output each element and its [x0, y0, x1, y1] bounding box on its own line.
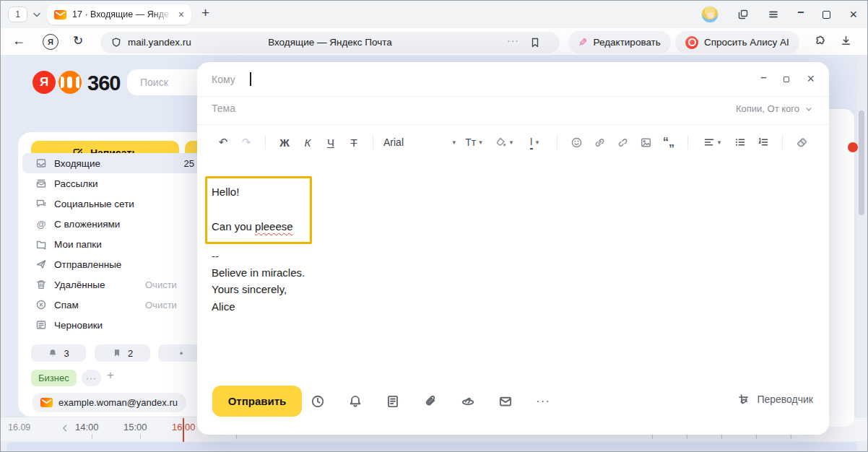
sidebar-item-sent[interactable]: Отправленные: [22, 254, 204, 274]
ask-alice-button[interactable]: Спросить Алису AI: [675, 31, 799, 53]
translator-button[interactable]: Переводчик: [737, 393, 813, 406]
insert-link-button[interactable]: [588, 136, 611, 149]
align-icon: [703, 136, 715, 148]
text-color-dropdown[interactable]: I ▾: [519, 136, 550, 149]
underline-button[interactable]: Ч: [319, 136, 342, 149]
page-left-gutter: [1, 56, 6, 452]
italic-button[interactable]: К: [296, 136, 319, 149]
tags-more-button[interactable]: ···: [82, 370, 101, 386]
sidebar-item-trash[interactable]: Удалённые Очисти: [22, 274, 204, 295]
dot-icon: •: [180, 348, 183, 359]
signature-line: Believe in miracles.: [212, 266, 305, 279]
align-dropdown[interactable]: ▾: [695, 136, 729, 148]
tab-bar: 1 17 · Входящие — Янде × + – ×: [1, 1, 867, 28]
envelope-icon[interactable]: [498, 394, 513, 409]
compose-close-button[interactable]: ×: [807, 71, 815, 87]
font-size-dropdown[interactable]: Tт ▾: [459, 136, 489, 148]
translator-kana-icon: [737, 393, 750, 406]
logo-360-text: 360: [87, 71, 120, 95]
yandex-logo[interactable]: Я: [32, 71, 56, 94]
tag-business[interactable]: Бизнес: [31, 370, 77, 386]
browser-tab[interactable]: 17 · Входящие — Янде ×: [47, 4, 191, 25]
signature-line: Yours sincerely,: [212, 283, 287, 295]
misspelled-word[interactable]: pleeese: [255, 220, 293, 232]
timeline-time: 15:00: [123, 422, 147, 433]
chevron-down-icon[interactable]: [31, 9, 43, 20]
body-line-2[interactable]: Can you pleeese: [212, 220, 293, 232]
add-tag-button[interactable]: +: [107, 368, 114, 383]
tab-close-icon[interactable]: ×: [178, 9, 184, 19]
schedule-send-icon[interactable]: [311, 394, 325, 409]
vertical-scrollbar[interactable]: [859, 110, 864, 215]
chevron-left-icon[interactable]: [60, 423, 70, 433]
sidebar-item-my-folders[interactable]: Мои папки: [22, 234, 204, 254]
sidebar-item-spam[interactable]: Спам Очисти: [22, 295, 204, 315]
window-minimize-button[interactable]: –: [798, 6, 804, 18]
chat-bubbles-icon: [35, 198, 47, 209]
menu-icon[interactable]: [768, 9, 779, 20]
font-family-dropdown[interactable]: Arial ▾: [381, 136, 459, 148]
extensions-puzzle-icon[interactable]: [814, 35, 826, 47]
sidebar-item-drafts[interactable]: Черновики: [22, 315, 204, 335]
new-tab-button[interactable]: +: [201, 5, 209, 21]
downloads-icon[interactable]: [840, 35, 852, 47]
numbered-list-button[interactable]: [752, 136, 775, 148]
page-title: Входящие — Яндекс Почта: [100, 37, 560, 48]
body-line-1[interactable]: Hello!: [212, 186, 239, 198]
reload-button[interactable]: ↻: [73, 33, 83, 48]
current-time-marker: [183, 418, 184, 442]
signature-divider: --: [212, 250, 219, 262]
sidebar-item-attachments[interactable]: @ С вложениями: [22, 214, 204, 234]
bookmarks-badge[interactable]: 2: [95, 344, 150, 362]
notify-bell-icon[interactable]: [348, 394, 363, 409]
yandex-home-button[interactable]: Я: [43, 34, 58, 50]
attach-file-icon[interactable]: [423, 394, 438, 409]
undo-button[interactable]: ↶: [212, 136, 235, 149]
clear-trash-link[interactable]: Очисти: [145, 279, 177, 290]
profile-avatar[interactable]: [701, 6, 719, 23]
to-field[interactable]: Кому: [212, 74, 235, 85]
subject-field[interactable]: Тема: [212, 103, 235, 114]
remove-link-button: [611, 136, 634, 149]
account-email[interactable]: example.woman@yandex.ru: [32, 393, 186, 412]
template-icon[interactable]: [386, 394, 400, 409]
highlight-color-dropdown[interactable]: ▾: [489, 136, 519, 148]
bold-button[interactable]: Ж: [273, 136, 296, 149]
window-close-button[interactable]: ×: [849, 8, 857, 21]
clear-spam-link[interactable]: Очисти: [145, 300, 177, 310]
compose-maximize-button[interactable]: [784, 77, 789, 82]
insert-image-button[interactable]: [634, 136, 657, 149]
back-button[interactable]: ←: [12, 34, 25, 47]
strikethrough-button[interactable]: Т: [342, 136, 365, 149]
edit-page-button[interactable]: ✎ Редактировать: [568, 31, 671, 53]
tabs-panel-icon[interactable]: [737, 9, 749, 20]
tab-group-chip[interactable]: 1: [8, 6, 27, 22]
send-button[interactable]: Отправить: [212, 386, 302, 417]
fill-color-icon: [495, 136, 507, 148]
bullet-list-button[interactable]: [729, 136, 752, 148]
bell-icon: [48, 348, 58, 358]
eraser-icon: [796, 136, 808, 149]
address-more-icon[interactable]: ···: [507, 35, 519, 46]
newsletters-icon: [35, 178, 47, 189]
sidebar-item-inbox[interactable]: Входящие 25: [22, 153, 204, 173]
yandex-disk-icon[interactable]: [461, 394, 475, 409]
quote-button[interactable]: “„: [657, 136, 680, 149]
signature-line: Alice: [212, 300, 235, 313]
sidebar-item-social[interactable]: Социальные сети: [22, 194, 204, 214]
clear-formatting-button[interactable]: [790, 136, 813, 149]
yandex-360-icon: [58, 71, 82, 94]
bookmark-icon[interactable]: [529, 37, 541, 48]
horizontal-scrollbar[interactable]: [6, 443, 857, 451]
folder-list: Входящие 25 Рассылки Социальные сети @ С…: [22, 153, 204, 335]
window-maximize-button[interactable]: [823, 11, 830, 19]
address-bar[interactable]: mail.yandex.ru Входящие — Яндекс Почта ·…: [100, 32, 560, 53]
reminders-badge[interactable]: 3: [31, 344, 86, 362]
cc-from-toggle[interactable]: Копии, От кого: [736, 103, 813, 114]
bookmark-filled-icon: [112, 348, 122, 358]
yandex-mail-favicon: [54, 10, 66, 19]
sidebar-item-newsletters[interactable]: Рассылки: [22, 173, 204, 194]
compose-minimize-button[interactable]: –: [760, 71, 766, 83]
more-options-icon[interactable]: ···: [536, 394, 550, 409]
emoji-button[interactable]: [565, 136, 588, 149]
